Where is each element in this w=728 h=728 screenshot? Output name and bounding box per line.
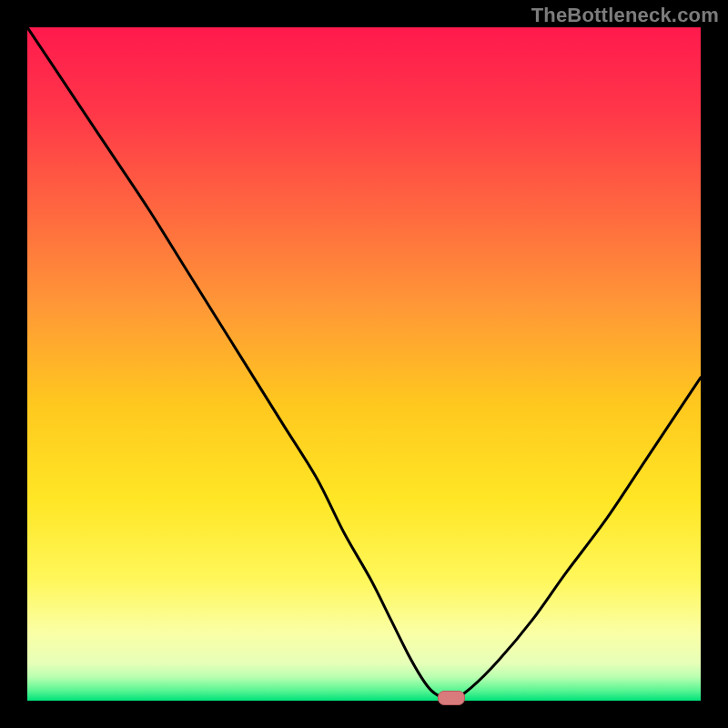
bottleneck-curve [27,27,701,701]
watermark-text: TheBottleneck.com [531,4,719,27]
optimal-point-marker [438,691,465,705]
chart-frame: TheBottleneck.com [0,0,728,728]
plot-area [27,27,701,701]
